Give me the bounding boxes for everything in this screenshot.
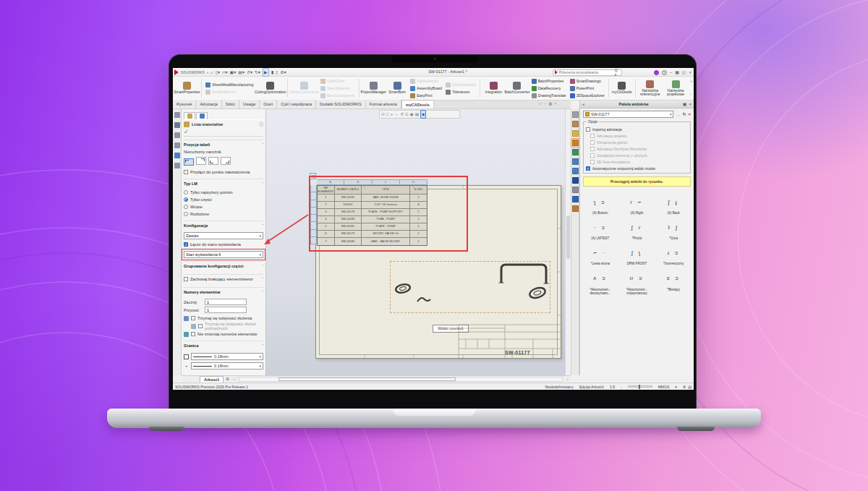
view-thumbnail[interactable]: ⌐ · *Lewa strona [582, 243, 618, 267]
view-tool-icon[interactable]: ⊙ [381, 111, 385, 118]
link-display-checkbox[interactable]: ✓ [184, 242, 188, 247]
tab-adnotacja[interactable]: Adnotacja [196, 100, 221, 108]
pin-icon[interactable]: ▣ [683, 101, 687, 108]
exploded-radio[interactable] [184, 212, 188, 216]
manager-tab-icon[interactable] [174, 122, 180, 128]
manager-tab-icon[interactable] [174, 163, 180, 168]
help-icon[interactable]: ? [662, 70, 667, 75]
toolbar-icon[interactable]: ▣▾ [230, 69, 237, 76]
collapse-icon[interactable]: ˆ [262, 142, 263, 150]
bom-row[interactable]: 1 SW-01182 BAR, HOSE GUIDE 1 [318, 195, 427, 202]
corner-top-left-button[interactable] [184, 158, 194, 166]
view-tool-icon[interactable]: □ [386, 111, 389, 118]
mycadtools-button[interactable]: myCADtools [613, 77, 631, 99]
datarecovery-button[interactable]: DataRecovery [532, 85, 566, 92]
doc-window-icon[interactable]: – [544, 101, 546, 106]
view-thumbnail[interactable]: ɹ ɔ *Izometryczny [655, 243, 692, 267]
view-thumbnail[interactable]: ʌ ɔ *Aksonometr... dwuwymiaro... [582, 269, 618, 296]
bom-row[interactable]: 5 SW-01181 PLATE - PUMP 1 [318, 223, 427, 231]
toolbar-icon[interactable]: ▯▾ [216, 69, 220, 76]
info-icon[interactable]: ⓘ [260, 122, 264, 127]
view-tool-icon[interactable]: ↺ [400, 111, 404, 118]
tab-ocen[interactable]: Oceń [260, 100, 277, 108]
zoom-out-icon[interactable]: - [621, 385, 622, 389]
toolbar-icon[interactable]: ▯ [276, 69, 278, 76]
view-tool-icon[interactable]: ■ [420, 110, 426, 119]
close-pane-icon[interactable]: × [689, 101, 692, 108]
start-input[interactable] [205, 299, 247, 305]
flatassembly-button[interactable]: FlatAssembly [410, 78, 442, 85]
ok-check-icon[interactable]: ✓ [184, 129, 263, 137]
collapse-icon[interactable]: ˆ [262, 182, 263, 189]
pm-tab-bom[interactable] [184, 112, 195, 119]
task-pane-icon[interactable] [572, 168, 579, 174]
auto-start-checkbox[interactable]: ✓ [586, 166, 590, 171]
sheet-scale[interactable]: 1:5 [610, 385, 615, 389]
view-thumbnail[interactable]: ɜ ɔ *Bieżący [655, 269, 692, 296]
batchconverter-button[interactable]: BatchConverter [506, 77, 527, 99]
units-dropdown-icon[interactable]: ▾ [675, 385, 677, 389]
view-thumbnail[interactable]: ʇ ʃ *Góra [655, 218, 692, 242]
view-thumbnail[interactable]: ʃ ʅ DRW FRONT [619, 243, 655, 267]
doc-window-icon[interactable]: ▣ [548, 101, 552, 106]
clone-button[interactable]: CloneComponents [292, 77, 317, 99]
expand-icon[interactable]: ˇ [262, 264, 263, 271]
increment-input[interactable] [205, 307, 247, 313]
tolerances-button[interactable]: Tolerances [446, 89, 476, 95]
no-change-checkbox[interactable] [191, 332, 195, 336]
task-pane-icon[interactable] [572, 158, 579, 165]
task-pane-icon[interactable] [572, 187, 579, 193]
manager-tab-icon[interactable] [174, 142, 180, 148]
batchproperties-button[interactable]: BatchProperties [532, 78, 566, 85]
drawing-view-boundary[interactable] [390, 261, 550, 313]
remove-button[interactable]: × [688, 111, 691, 118]
column-letter[interactable]: C [373, 179, 400, 185]
sheet-tab-arkusz1[interactable]: Arkusz1 [200, 376, 224, 383]
task-pane-icon[interactable] [572, 205, 579, 212]
tab-uwaga[interactable]: Uwaga [239, 100, 260, 108]
border-thickness-select[interactable]: 0.18mm▾ [191, 353, 263, 360]
doc-window-icon[interactable]: ▭ [538, 101, 542, 106]
bomcomponents-button[interactable]: BomComponents [320, 93, 355, 99]
collapse-icon[interactable]: ˆ [262, 223, 263, 231]
column-letter[interactable]: A [317, 179, 344, 185]
scroll-left-icon[interactable]: ‹ [231, 376, 237, 383]
tab-rysunek[interactable]: Rysunek [173, 100, 196, 108]
toolbar-icon[interactable]: ▱▾ [222, 69, 228, 76]
doc-window-icon[interactable]: × [554, 101, 556, 106]
expand-icon[interactable]: ˇ [262, 277, 263, 281]
import-annotations-checkbox[interactable] [586, 127, 590, 132]
bom-row[interactable]: 6 SW-01179 MOUNT, VALVE LG 1 [318, 231, 427, 238]
scroll-thumb[interactable] [278, 377, 456, 381]
scroll-thumb[interactable] [566, 215, 570, 259]
display-state-select[interactable]: Stan wyświetlania 6▾ [184, 251, 263, 258]
manager-tab-icon[interactable] [174, 132, 180, 138]
column-letter[interactable]: D [400, 179, 427, 185]
apps-grid-icon[interactable]: ▦ [675, 69, 679, 76]
colorchart-button[interactable]: ColorChart [320, 78, 355, 85]
view-tool-icon[interactable]: ◉ [410, 111, 414, 118]
view-thumbnail[interactable]: ʅ ɔ (A) Bottom [582, 192, 618, 216]
corner-top-right-button[interactable] [196, 157, 206, 165]
bom-row[interactable]: 2 109431 1.00" OD harness 8 [318, 202, 427, 209]
browse-button[interactable]: … [676, 111, 680, 118]
vertical-scrollbar[interactable] [565, 109, 571, 375]
search-dropdown-icon[interactable]: Q ▾ [615, 68, 620, 77]
collapse-pane-icon[interactable]: « [582, 101, 584, 108]
toolbar-icon[interactable]: ↻▾ [255, 69, 260, 76]
horizontal-scrollbar[interactable] [239, 377, 563, 382]
toolbar-icon[interactable]: ⚙▾ [280, 69, 286, 76]
view-tool-icon[interactable]: + [391, 111, 393, 118]
collapse-icon[interactable]: ˆ [262, 290, 263, 297]
view-tool-icon[interactable]: ▤ [415, 111, 420, 118]
view-tool-icon[interactable]: C [405, 111, 408, 118]
bom-row[interactable]: 3 SW-01178 PLATE - PUMP SUPPORT 1 [318, 209, 427, 216]
follow-sub-checkbox[interactable] [198, 324, 203, 328]
view-thumbnail[interactable]: ɾ ⌐ (A) Right [619, 192, 655, 216]
corner-bottom-right-button[interactable] [221, 157, 231, 165]
document-select[interactable]: SW-01177 ▾ [583, 111, 673, 118]
task-pane-icon[interactable] [572, 130, 579, 137]
status-icon[interactable]: ⚙ [683, 385, 686, 389]
view-label[interactable]: Widok rysunku1 [433, 325, 469, 333]
grid-thickness-select[interactable]: 0.18mm▾ [191, 362, 263, 370]
